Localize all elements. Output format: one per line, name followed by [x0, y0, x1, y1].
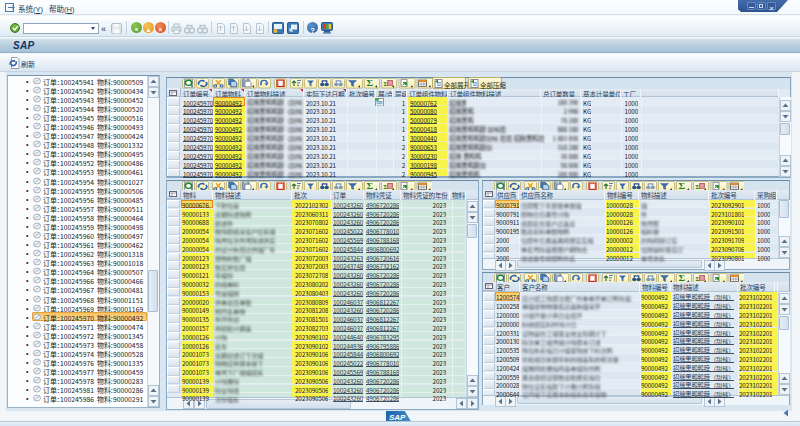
- svg-text:Σ: Σ: [367, 79, 374, 88]
